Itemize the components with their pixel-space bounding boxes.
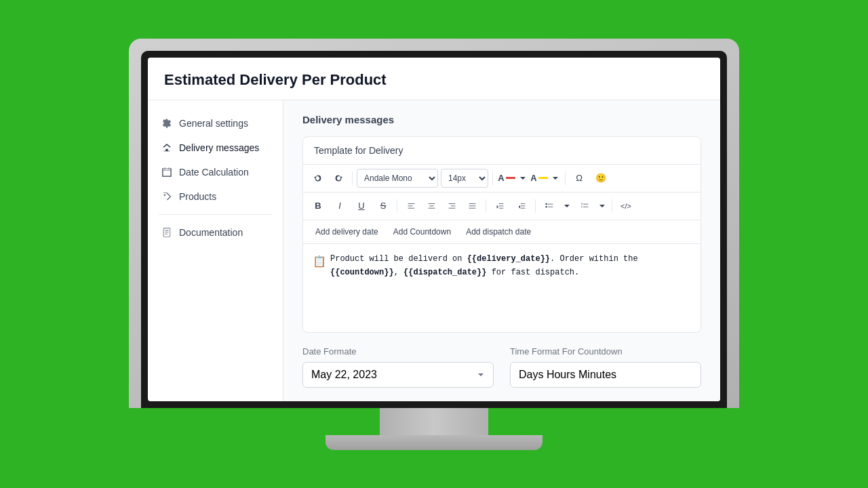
redo-button[interactable] xyxy=(329,169,348,188)
align-right-button[interactable] xyxy=(442,197,461,216)
toolbar-divider-1 xyxy=(352,171,353,185)
main-content: Delivery messages Template for Delivery xyxy=(283,100,720,401)
tag-icon xyxy=(161,191,172,202)
date-format-value: May 22, 2023 xyxy=(311,369,377,381)
text-color-icon: A xyxy=(498,173,504,183)
svg-point-1 xyxy=(545,206,547,207)
color-group: A A xyxy=(497,169,561,188)
add-countdown-button[interactable]: Add Countdown xyxy=(387,224,458,239)
template-card-header: Template for Delivery xyxy=(303,137,701,165)
undo-button[interactable] xyxy=(309,169,328,188)
text-color-indicator xyxy=(506,177,515,179)
time-format-label: Time Format For Countdown xyxy=(510,346,701,357)
indent-increase-button[interactable] xyxy=(512,197,531,216)
stand-base xyxy=(326,435,542,450)
toolbar-divider-4 xyxy=(397,199,397,213)
shortcut-bar: Add delivery date Add Countdown Add disp… xyxy=(303,220,701,244)
calendar-icon xyxy=(161,167,172,178)
text-color-dropdown[interactable] xyxy=(517,169,528,188)
section-title: Delivery messages xyxy=(302,114,701,125)
unordered-list-button[interactable] xyxy=(540,197,559,216)
align-justify-button[interactable] xyxy=(462,197,481,216)
doc-clipboard-icon: 📋 xyxy=(313,253,326,270)
list-dropdown[interactable] xyxy=(561,197,572,216)
toolbar-divider-7 xyxy=(612,199,612,213)
sidebar-item-products[interactable]: Products xyxy=(148,184,283,209)
sidebar: General settings Delivery messages xyxy=(148,100,283,401)
highlight-color-button[interactable]: A xyxy=(530,169,549,188)
text-color-button[interactable]: A xyxy=(497,169,516,188)
toolbar-row1: Andale Mono 14px A xyxy=(303,165,701,192)
special-char-button[interactable]: Ω xyxy=(570,169,589,188)
add-delivery-date-button[interactable]: Add delivery date xyxy=(309,224,385,239)
svg-point-0 xyxy=(545,203,547,205)
sidebar-item-documentation[interactable]: Documentation xyxy=(148,220,283,245)
gear-icon xyxy=(161,118,172,129)
sidebar-item-date-calculation[interactable]: Date Calculation xyxy=(148,160,283,184)
emoji-button[interactable]: 🙂 xyxy=(591,169,610,188)
toolbar-divider-2 xyxy=(492,171,493,185)
align-center-button[interactable] xyxy=(422,197,441,216)
highlight-icon: A xyxy=(530,173,536,183)
toolbar-divider-3 xyxy=(565,171,566,185)
editor-content: 📋 Product will be deliverd on {{delivery… xyxy=(313,252,691,280)
ordered-list-dropdown[interactable] xyxy=(597,197,608,216)
app-body: General settings Delivery messages xyxy=(148,100,720,401)
source-button[interactable]: </> xyxy=(616,197,635,216)
editor-area[interactable]: 📋 Product will be deliverd on {{delivery… xyxy=(303,244,701,332)
align-left-button[interactable] xyxy=(401,197,420,216)
stand-neck xyxy=(380,408,488,435)
bold-button[interactable]: B xyxy=(309,197,328,216)
app-title: Estimated Delivery Per Product xyxy=(164,71,704,89)
sidebar-label-delivery-messages: Delivery messages xyxy=(179,142,259,153)
app-header: Estimated Delivery Per Product xyxy=(148,58,720,100)
font-family-select[interactable]: Andale Mono xyxy=(357,169,438,188)
highlight-color-dropdown[interactable] xyxy=(550,169,561,188)
doc-icon xyxy=(161,227,172,238)
sidebar-item-delivery-messages[interactable]: Delivery messages xyxy=(148,136,283,160)
date-format-label: Date Formate xyxy=(302,346,494,357)
ordered-list-button[interactable] xyxy=(575,197,594,216)
indent-decrease-button[interactable] xyxy=(490,197,509,216)
template-card: Template for Delivery xyxy=(302,136,701,333)
sidebar-item-general-settings[interactable]: General settings xyxy=(148,111,283,136)
time-format-select[interactable]: Days Hours Minutes xyxy=(510,362,701,388)
toolbar-divider-6 xyxy=(535,199,536,213)
editor-text: Product will be deliverd on {{delivery_d… xyxy=(330,252,638,280)
undo-redo-group xyxy=(309,169,348,188)
strikethrough-button[interactable]: S xyxy=(374,197,393,216)
add-dispatch-date-button[interactable]: Add dispatch date xyxy=(459,224,538,239)
home-icon xyxy=(161,142,172,153)
time-format-value: Days Hours Minutes xyxy=(519,369,616,381)
sidebar-label-general-settings: General settings xyxy=(179,118,248,129)
font-size-select[interactable]: 14px xyxy=(441,169,488,188)
highlight-color-indicator xyxy=(538,177,548,179)
toolbar-row2: B I U S xyxy=(303,192,701,220)
date-format-group: Date Formate May 22, 2023 xyxy=(302,346,494,388)
sidebar-label-documentation: Documentation xyxy=(179,227,243,238)
chevron-down-icon xyxy=(477,371,485,379)
date-format-section: Date Formate May 22, 2023 xyxy=(302,346,701,388)
italic-button[interactable]: I xyxy=(330,197,349,216)
time-format-group: Time Format For Countdown Days Hours Min… xyxy=(510,346,701,388)
monitor-stand xyxy=(129,408,739,450)
date-format-select[interactable]: May 22, 2023 xyxy=(302,362,494,388)
align-group xyxy=(401,197,481,216)
sidebar-label-products: Products xyxy=(179,191,216,202)
underline-button[interactable]: U xyxy=(352,197,371,216)
toolbar-divider-5 xyxy=(486,199,486,213)
sidebar-label-date-calculation: Date Calculation xyxy=(179,167,249,178)
